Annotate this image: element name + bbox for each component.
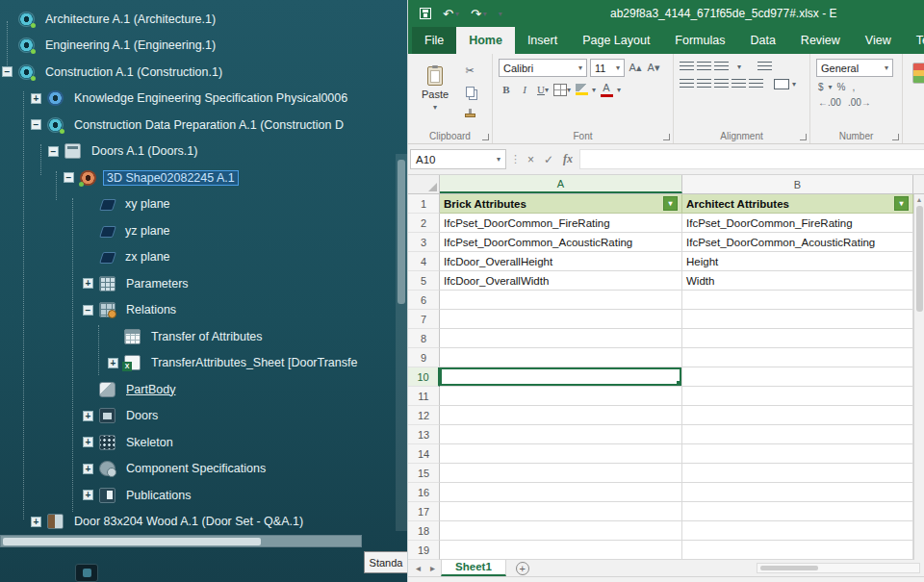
cell-a14[interactable] — [440, 444, 682, 464]
expand-icon[interactable]: + — [83, 278, 93, 289]
cell-b10[interactable] — [682, 367, 913, 387]
tab-team[interactable]: Team — [904, 27, 924, 54]
standard-toolbar-button[interactable]: Standa — [364, 551, 407, 573]
collapse-icon[interactable]: − — [64, 172, 74, 183]
expand-icon[interactable]: + — [83, 490, 93, 500]
cell-b15[interactable] — [682, 464, 913, 483]
tab-home[interactable]: Home — [456, 27, 515, 54]
cell-a16[interactable] — [440, 483, 682, 502]
row-header-11[interactable]: 11 — [408, 387, 440, 406]
percent-style-button[interactable]: % — [835, 82, 848, 92]
format-painter-button[interactable] — [462, 105, 477, 120]
tree-item-construction-data-prep[interactable]: − Construction Data Preparation A.1 (Con… — [0, 112, 396, 139]
scroll-up-icon[interactable]: ▲ — [916, 196, 923, 203]
row-header-9[interactable]: 9 — [408, 348, 440, 367]
tree-item-xy-plane[interactable]: xy plane — [0, 191, 396, 218]
cell-b5[interactable]: Width — [682, 271, 913, 291]
tab-insert[interactable]: Insert — [515, 27, 570, 54]
shrink-font-button[interactable]: A▾ — [646, 61, 661, 76]
cell-b14[interactable] — [682, 444, 913, 464]
row-header-6[interactable]: 6 — [408, 291, 440, 310]
font-size-combo[interactable]: 11 ▾ — [590, 59, 625, 77]
undo-button[interactable]: ↶▾ — [443, 7, 459, 21]
expand-icon[interactable]: + — [83, 437, 93, 447]
tree-item-relations[interactable]: − Relations — [0, 297, 396, 324]
column-header-a[interactable]: A — [440, 175, 682, 193]
cell-a2[interactable]: IfcPset_DoorCommon_FireRating — [440, 214, 682, 233]
collapse-icon[interactable]: − — [31, 119, 41, 130]
borders-button[interactable]: ▾ — [553, 82, 571, 97]
clipboard-dialog-launcher[interactable] — [482, 134, 489, 140]
expand-icon[interactable]: + — [31, 93, 41, 104]
cell-b2[interactable]: IfcPset_DoorCommon_FireRating — [682, 214, 913, 233]
cell-b8[interactable] — [682, 329, 913, 348]
cell-b18[interactable] — [682, 521, 913, 541]
tree-item-engineering[interactable]: Engineering A.1 (Engineering.1) — [0, 33, 396, 60]
cell-a7[interactable] — [440, 310, 682, 329]
cell-a6[interactable] — [440, 291, 682, 310]
taskbar-icon[interactable] — [75, 564, 98, 582]
align-middle-button[interactable] — [697, 62, 711, 72]
tab-file[interactable]: File — [412, 27, 456, 54]
cancel-button[interactable]: × — [525, 153, 537, 166]
tab-view[interactable]: View — [853, 27, 904, 54]
row-header-4[interactable]: 4 — [408, 252, 440, 271]
filter-button-a[interactable]: ▾ — [663, 196, 678, 211]
cell-a10-active[interactable] — [440, 367, 682, 387]
number-dialog-launcher[interactable] — [892, 134, 899, 140]
align-top-button[interactable] — [680, 62, 694, 72]
new-sheet-button[interactable]: + — [516, 562, 529, 575]
cell-b6[interactable] — [682, 291, 913, 310]
cell-a4[interactable]: IfcDoor_OverallHeight — [440, 252, 682, 271]
align-left-button[interactable] — [680, 79, 694, 89]
underline-button[interactable]: U▾ — [535, 82, 551, 97]
cell-b4[interactable]: Height — [682, 252, 913, 271]
tree-item-skeleton[interactable]: + Skeleton — [0, 429, 396, 456]
scrollbar-thumb[interactable] — [398, 160, 405, 304]
row-header-12[interactable]: 12 — [408, 406, 440, 425]
redo-button[interactable]: ↷▾ — [471, 7, 487, 21]
save-button[interactable] — [420, 8, 431, 19]
cell-b19[interactable] — [682, 541, 913, 560]
name-box[interactable]: A10 ▾ — [410, 149, 506, 169]
fill-color-button[interactable] — [574, 82, 589, 97]
decrease-indent-button[interactable] — [732, 79, 746, 89]
vertical-scrollbar[interactable] — [396, 154, 407, 531]
cell-b7[interactable] — [682, 310, 913, 329]
cell-a18[interactable] — [440, 521, 682, 541]
expand-icon[interactable]: + — [108, 358, 118, 368]
font-color-button[interactable]: A — [599, 82, 614, 97]
cell-b16[interactable] — [682, 483, 913, 502]
scrollbar-thumb[interactable] — [916, 206, 923, 312]
row-header-19[interactable]: 19 — [408, 541, 440, 560]
expand-icon[interactable]: + — [83, 411, 93, 421]
tree-item-parameters[interactable]: + Parameters — [0, 270, 396, 297]
tree-item-zx-plane[interactable]: zx plane — [0, 244, 396, 271]
grow-font-button[interactable]: A▴ — [628, 61, 643, 76]
filter-button-b[interactable]: ▾ — [894, 196, 909, 211]
collapse-icon[interactable]: − — [48, 146, 59, 157]
tab-page-layout[interactable]: Page Layout — [570, 27, 662, 54]
wrap-text-button[interactable] — [757, 62, 772, 72]
row-header-10[interactable]: 10 — [408, 367, 440, 387]
tree-item-door-83x204[interactable]: + Door 83x204 Wood A.1 (Door Set - Q&A.1… — [0, 509, 396, 536]
row-header-1[interactable]: 1 — [408, 194, 440, 214]
tree-item-doors-node[interactable]: − Doors A.1 (Doors.1) — [0, 139, 396, 165]
cell-a9[interactable] — [440, 348, 682, 367]
cell-a1[interactable]: Brick Attributes▾ — [440, 194, 682, 214]
row-header-18[interactable]: 18 — [408, 521, 440, 541]
cell-b13[interactable] — [682, 425, 913, 444]
cell-a15[interactable] — [440, 464, 682, 483]
scrollbar-thumb[interactable] — [3, 538, 261, 545]
row-header-14[interactable]: 14 — [408, 444, 440, 464]
cell-a17[interactable] — [440, 502, 682, 521]
tree-item-architecture[interactable]: Architecture A.1 (Architecture.1) — [0, 6, 396, 33]
paste-button[interactable]: Paste ▾ — [414, 59, 456, 118]
row-header-13[interactable]: 13 — [408, 425, 440, 444]
align-center-button[interactable] — [697, 79, 711, 89]
scrollbar-thumb[interactable] — [760, 566, 818, 570]
cell-a5[interactable]: IfcDoor_OverallWidth — [440, 271, 682, 291]
cell-b17[interactable] — [682, 502, 913, 521]
tree-item-yz-plane[interactable]: yz plane — [0, 217, 396, 244]
tree-item-construction[interactable]: − Construction A.1 (Construction.1) — [0, 59, 396, 86]
